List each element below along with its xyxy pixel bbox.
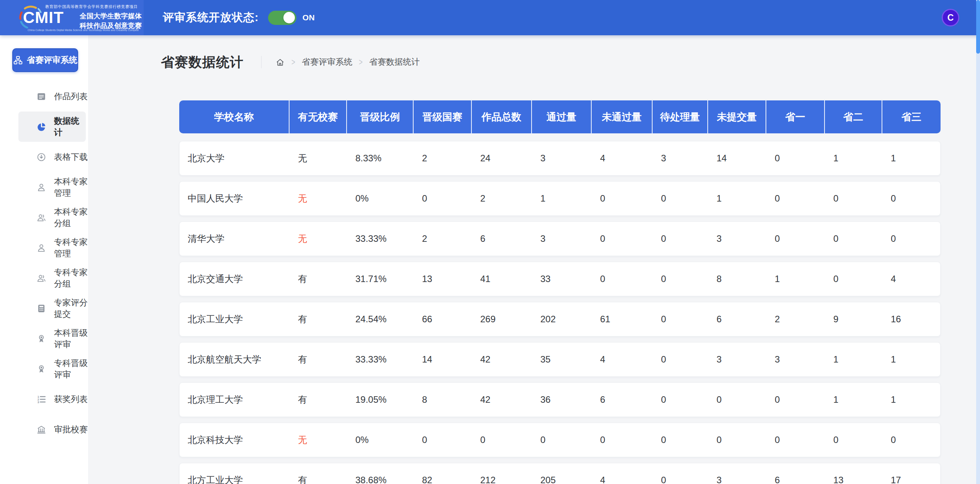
avatar-letter: C: [947, 13, 954, 23]
cell-not_submitted: 14: [708, 141, 767, 175]
sidebar-item-专家评分提交[interactable]: 专家评分提交: [0, 293, 88, 323]
cell-not_passed: 4: [592, 463, 653, 484]
sidebar-item-label: 数据统计: [54, 115, 86, 138]
sitemap-icon: [13, 55, 23, 65]
cell-not_submitted: 1: [708, 182, 767, 215]
cell-pending: 0: [653, 423, 708, 457]
user-avatar[interactable]: C: [942, 9, 959, 26]
cell-pending: 0: [653, 222, 708, 256]
scrollbar-thumb[interactable]: [976, 0, 980, 54]
cell-not_submitted: 0: [708, 423, 767, 457]
logo-title-line1: 全国大学生数字媒体: [80, 12, 142, 20]
sidebar-item-label: 专家评分提交: [54, 297, 88, 320]
sidebar-item-本科专家管理[interactable]: 本科专家管理: [0, 172, 88, 202]
building-icon: [36, 425, 46, 435]
cell-prov1: 0: [767, 383, 825, 417]
sidebar-item-本科晋级评审[interactable]: 本科晋级评审: [0, 323, 88, 354]
page-title: 省赛数据统计: [161, 53, 244, 71]
pie-chart-icon: [36, 122, 46, 132]
cell-prov3: 0: [883, 182, 941, 215]
cell-school: 中国人民大学: [180, 182, 290, 215]
cell-school: 北京科技大学: [180, 423, 290, 457]
cell-school: 北京航空航天大学: [180, 343, 290, 376]
system-button-label: 省赛评审系统: [27, 54, 77, 66]
cell-school: 北方工业大学: [180, 463, 290, 484]
table-row-北京大学: 北京大学无8.33%22434314011: [179, 141, 941, 176]
sidebar-item-作品列表[interactable]: 作品列表: [0, 81, 88, 112]
users-icon: [36, 213, 46, 223]
cell-not_submitted: 6: [708, 302, 767, 336]
title-row: 省赛数据统计 > 省赛评审系统 > 省赛数据统计: [88, 35, 976, 89]
table-row-清华大学: 清华大学无33.33%263003000: [179, 221, 941, 256]
cell-school_contest: 无: [290, 141, 347, 175]
cell-school_contest: 无: [290, 182, 347, 215]
column-header-省二: 省二: [825, 100, 882, 133]
cell-school: 清华大学: [180, 222, 290, 256]
provincial-review-system-button[interactable]: 省赛评审系统: [12, 48, 78, 72]
cell-school_contest: 有: [290, 343, 347, 376]
cell-school_contest: 有: [290, 262, 347, 296]
column-header-未提交量: 未提交量: [708, 100, 766, 133]
cell-prov3: 1: [883, 343, 941, 376]
cell-prov2: 0: [825, 222, 883, 256]
cell-prov2: 13: [825, 463, 883, 484]
cell-total: 269: [472, 302, 532, 336]
column-header-省三: 省三: [882, 100, 941, 133]
column-header-有无校赛: 有无校赛: [290, 100, 347, 133]
cell-pending: 0: [653, 343, 708, 376]
toggle-state-label: ON: [303, 13, 315, 22]
cell-total: 212: [472, 463, 532, 484]
sidebar-item-表格下载[interactable]: 表格下载: [0, 142, 88, 172]
cell-prov1: 3: [767, 343, 825, 376]
table-header-row: 学校名称有无校赛晋级比例晋级国赛作品总数通过量未通过量待处理量未提交量省一省二省…: [179, 100, 941, 133]
sidebar-item-专科专家管理[interactable]: 专科专家管理: [0, 233, 88, 263]
cell-rate: 38.68%: [347, 463, 414, 484]
cell-to_national: 82: [414, 463, 472, 484]
table-body: 北京大学无8.33%22434314011中国人民大学无0%021001000清…: [179, 141, 941, 484]
cell-prov3: 1: [883, 383, 941, 417]
review-system-toggle[interactable]: [268, 11, 296, 25]
sidebar-item-专科晋级评审[interactable]: 专科晋级评审: [0, 354, 88, 384]
cell-total: 42: [472, 383, 532, 417]
cell-total: 24: [472, 141, 532, 175]
cell-pending: 0: [653, 383, 708, 417]
cell-to_national: 13: [414, 262, 472, 296]
cell-school_contest: 有: [290, 383, 347, 417]
cell-rate: 19.05%: [347, 383, 414, 417]
column-header-作品总数: 作品总数: [472, 100, 532, 133]
sidebar-item-获奖列表[interactable]: 123获奖列表: [0, 384, 88, 414]
home-icon[interactable]: [275, 57, 285, 67]
logo-title-line2: 科技作品及创意竞赛: [80, 22, 142, 30]
table-row-北京工业大学: 北京工业大学有24.54%6626920261062916: [179, 302, 941, 336]
cell-total: 2: [472, 182, 532, 215]
table-row-北京航空航天大学: 北京航空航天大学有33.33%144235403311: [179, 342, 941, 377]
cell-school_contest: 无: [290, 222, 347, 256]
breadcrumb: > 省赛评审系统 > 省赛数据统计: [275, 56, 420, 68]
sidebar-item-label: 专科晋级评审: [54, 358, 88, 381]
cell-to_national: 2: [414, 141, 472, 175]
logo-block: 教育部中国高等教育学会学科竞赛排行榜竞赛项目 CMIT 全国大学生数字媒体 科技…: [0, 0, 144, 35]
cell-prov1: 6: [767, 463, 825, 484]
cell-school_contest: 有: [290, 463, 347, 484]
cell-prov2: 9: [825, 302, 883, 336]
table-row-北京理工大学: 北京理工大学有19.05%84236600011: [179, 382, 941, 417]
cell-prov3: 0: [883, 222, 941, 256]
sidebar-item-本科专家分组[interactable]: 本科专家分组: [0, 202, 88, 233]
cell-not_submitted: 0: [708, 383, 767, 417]
sidebar-item-专科专家分组[interactable]: 专科专家分组: [0, 263, 88, 293]
medal-icon: [36, 364, 46, 374]
sidebar-item-数据统计[interactable]: 数据统计: [18, 112, 86, 142]
cell-not_submitted: 8: [708, 262, 767, 296]
cell-school: 北京交通大学: [180, 262, 290, 296]
cell-pending: 3: [653, 141, 708, 175]
header-bar: 评审系统开放状态: ON C: [144, 0, 980, 35]
column-header-学校名称: 学校名称: [179, 100, 290, 133]
breadcrumb-item-system[interactable]: 省赛评审系统: [302, 56, 352, 68]
sidebar-item-label: 本科专家管理: [54, 176, 88, 199]
calculator-icon: [36, 304, 46, 313]
sidebar-item-审批校赛[interactable]: 审批校赛: [0, 414, 88, 445]
statistics-table: 学校名称有无校赛晋级比例晋级国赛作品总数通过量未通过量待处理量未提交量省一省二省…: [179, 100, 941, 484]
logo-english-subtitle: China College Students Digital Media Sci…: [28, 29, 139, 31]
cell-prov1: 0: [767, 141, 825, 175]
breadcrumb-separator: >: [291, 57, 295, 67]
